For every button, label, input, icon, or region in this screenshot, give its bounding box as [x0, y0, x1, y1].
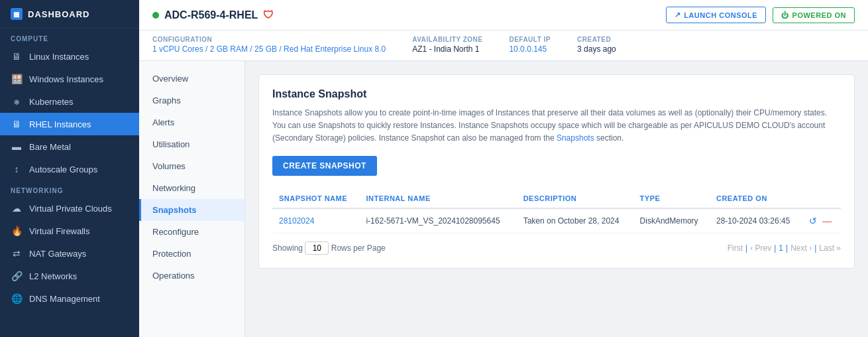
config-group: CONFIGURATION 1 vCPU Cores / 2 GB RAM / …	[152, 36, 386, 54]
bare-metal-icon: ▬	[11, 141, 23, 152]
status-indicator	[152, 12, 159, 19]
row-actions: ↺ —	[809, 216, 834, 226]
sidebar-item-rhel-instances[interactable]: 🖥 RHEL Instances	[0, 113, 139, 135]
panel-description: Instance Snapshots allow you to create p…	[272, 107, 841, 145]
pipe-2: |	[774, 243, 776, 253]
config-value: 1 vCPU Cores / 2 GB RAM / 25 GB / Red Ha…	[152, 44, 386, 54]
content-area: Overview Graphs Alerts Utilisation Volum…	[139, 61, 868, 337]
firewall-icon: 🔥	[11, 226, 23, 236]
power-icon: ⏻	[781, 11, 789, 19]
ip-label: DEFAULT IP	[509, 36, 551, 43]
nav-utilisation[interactable]: Utilisation	[139, 133, 244, 155]
panel-title: Instance Snapshot	[272, 88, 841, 100]
sidebar-item-label: Virtual Private Clouds	[29, 204, 112, 214]
created-label: CREATED	[577, 36, 616, 43]
description-cell: Taken on October 28, 2024	[517, 208, 633, 234]
nav-alerts[interactable]: Alerts	[139, 111, 244, 133]
rows-per-page-input[interactable]	[305, 241, 329, 255]
sidebar-item-label: Kubernetes	[29, 97, 74, 107]
pagination-controls: First | ‹ Prev | 1 | Next › | Last »	[728, 243, 841, 253]
header-actions: ↗ LAUNCH CONSOLE ⏻ POWERED ON	[666, 7, 855, 23]
linux-icon: 🖥	[11, 51, 23, 62]
autoscale-icon: ↕	[11, 164, 23, 174]
last-page-button[interactable]: Last »	[819, 243, 841, 253]
create-snapshot-button[interactable]: CREATE SNAPSHOT	[272, 156, 377, 176]
created-group: CREATED 3 days ago	[577, 36, 616, 54]
nav-overview[interactable]: Overview	[139, 68, 244, 90]
main-content: ADC-R569-4-RHEL 🛡 ↗ LAUNCH CONSOLE ⏻ POW…	[139, 0, 868, 337]
l2-icon: 🔗	[11, 271, 23, 281]
sidebar-item-kubernetes[interactable]: ⎈ Kubernetes	[0, 90, 139, 113]
nav-operations[interactable]: Operations	[139, 265, 244, 287]
sidebar-item-label: Bare Metal	[29, 142, 71, 152]
instance-meta: CONFIGURATION 1 vCPU Cores / 2 GB RAM / …	[139, 31, 868, 61]
pipe-3: |	[786, 243, 788, 253]
windows-icon: 🪟	[11, 74, 23, 84]
nav-snapshots[interactable]: Snapshots	[139, 199, 244, 221]
az-label: AVAILABILITY ZONE	[412, 36, 482, 43]
sidebar-item-label: L2 Networks	[29, 271, 77, 281]
sidebar-item-label: Virtual Firewalls	[29, 226, 90, 236]
kubernetes-icon: ⎈	[11, 96, 23, 107]
sidebar-item-vpc[interactable]: ☁ Virtual Private Clouds	[0, 197, 139, 220]
networking-section-label: NETWORKING	[0, 180, 139, 197]
az-value: AZ1 - India North 1	[412, 44, 482, 54]
prev-page-button[interactable]: ‹ Prev	[750, 243, 771, 253]
sidebar-item-bare-metal[interactable]: ▬ Bare Metal	[0, 135, 139, 158]
rhel-icon: 🖥	[11, 119, 23, 129]
col-description: DESCRIPTION	[517, 189, 633, 208]
sidebar-item-label: Linux Instances	[29, 52, 89, 62]
sidebar-item-dns-management[interactable]: 🌐 DNS Management	[0, 287, 139, 310]
sidebar-item-label: Windows Instances	[29, 74, 103, 84]
shield-icon: 🛡	[263, 9, 274, 21]
sidebar-item-l2-networks[interactable]: 🔗 L2 Networks	[0, 265, 139, 287]
launch-console-button[interactable]: ↗ LAUNCH CONSOLE	[666, 7, 766, 23]
delete-icon[interactable]: —	[822, 216, 832, 226]
snapshot-table: SNAPSHOT NAME INTERNAL NAME DESCRIPTION …	[272, 189, 841, 234]
instance-title: ADC-R569-4-RHEL 🛡	[152, 9, 274, 21]
vpc-icon: ☁	[11, 203, 23, 214]
next-page-button[interactable]: Next ›	[790, 243, 812, 253]
first-page-button[interactable]: First	[728, 243, 743, 253]
snapshot-panel: Instance Snapshot Instance Snapshots all…	[258, 74, 855, 269]
nav-reconfigure[interactable]: Reconfigure	[139, 221, 244, 243]
col-internal-name: INTERNAL NAME	[359, 189, 516, 208]
col-snapshot-name: SNAPSHOT NAME	[272, 189, 359, 208]
type-cell: DiskAndMemory	[633, 208, 710, 234]
col-actions	[802, 189, 841, 208]
sidebar: ▦ DASHBOARD COMPUTE 🖥 Linux Instances 🪟 …	[0, 0, 139, 337]
nav-networking[interactable]: Networking	[139, 177, 244, 199]
sidebar-item-label: DNS Management	[29, 294, 100, 304]
powered-on-button[interactable]: ⏻ POWERED ON	[773, 7, 855, 23]
actions-cell: ↺ —	[802, 208, 841, 234]
az-group: AVAILABILITY ZONE AZ1 - India North 1	[412, 36, 482, 54]
instance-header: ADC-R569-4-RHEL 🛡 ↗ LAUNCH CONSOLE ⏻ POW…	[139, 0, 868, 31]
ip-group: DEFAULT IP 10.0.0.145	[509, 36, 551, 54]
restore-icon[interactable]: ↺	[809, 216, 817, 226]
internal-name-cell: i-162-5671-VM_VS_20241028095645	[359, 208, 516, 234]
left-nav: Overview Graphs Alerts Utilisation Volum…	[139, 61, 245, 337]
nav-graphs[interactable]: Graphs	[139, 90, 244, 111]
nat-icon: ⇄	[11, 248, 23, 259]
current-page: 1	[779, 243, 783, 253]
col-type: TYPE	[633, 189, 710, 208]
pagination-row: Showing Rows per Page First | ‹ Prev | 1…	[272, 241, 841, 255]
snapshot-name-cell[interactable]: 28102024	[272, 208, 359, 234]
sidebar-item-firewalls[interactable]: 🔥 Virtual Firewalls	[0, 220, 139, 242]
nav-protection[interactable]: Protection	[139, 243, 244, 265]
sidebar-item-windows-instances[interactable]: 🪟 Windows Instances	[0, 68, 139, 90]
config-label: CONFIGURATION	[152, 36, 386, 43]
dashboard-icon: ▦	[11, 8, 23, 20]
sidebar-item-autoscale-groups[interactable]: ↕ Autoscale Groups	[0, 158, 139, 180]
compute-section-label: COMPUTE	[0, 29, 139, 45]
launch-icon: ↗	[675, 11, 681, 19]
dashboard-logo: ▦ DASHBOARD	[0, 0, 139, 29]
right-panel: Instance Snapshot Instance Snapshots all…	[245, 61, 868, 337]
ip-value: 10.0.0.145	[509, 44, 551, 54]
nav-volumes[interactable]: Volumes	[139, 155, 244, 177]
dashboard-label: DASHBOARD	[28, 9, 90, 19]
snapshots-link[interactable]: Snapshots	[557, 133, 594, 143]
pipe-4: |	[814, 243, 816, 253]
sidebar-item-nat-gateways[interactable]: ⇄ NAT Gateways	[0, 242, 139, 265]
sidebar-item-linux-instances[interactable]: 🖥 Linux Instances	[0, 45, 139, 68]
